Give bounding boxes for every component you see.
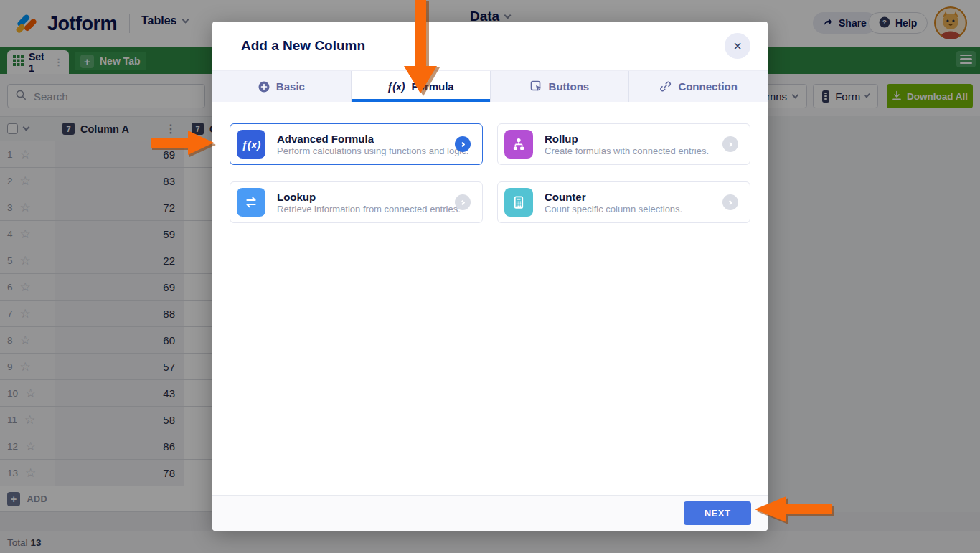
card-description: Create formulas with connected entries. — [545, 146, 711, 156]
button-cursor-icon — [530, 80, 542, 93]
modal-tab-buttons[interactable]: Buttons — [491, 71, 630, 102]
lookup-icon — [237, 188, 265, 217]
chevron-right-icon[interactable] — [455, 194, 471, 210]
add-column-modal: Add a New Column × Basicƒ(x)FormulaButto… — [212, 22, 768, 531]
card-description: Perform calculations using functions and… — [277, 146, 443, 156]
modal-title: Add a New Column — [241, 38, 725, 54]
modal-tabs: Basicƒ(x)FormulaButtonsConnection — [212, 70, 768, 102]
formula-icon: ƒ(x) — [237, 130, 265, 159]
modal-tab-label: Buttons — [549, 80, 590, 93]
modal-header: Add a New Column × — [212, 22, 768, 70]
chevron-right-icon[interactable] — [722, 136, 738, 152]
card-title: Lookup — [277, 191, 316, 203]
modal-tab-label: Basic — [276, 80, 305, 93]
modal-tab-connection[interactable]: Connection — [629, 71, 768, 102]
card-title: Counter — [545, 191, 586, 203]
plus-circle-icon — [258, 81, 270, 93]
next-button[interactable]: NEXT — [684, 501, 751, 525]
column-type-card-advanced-formula[interactable]: ƒ(x)Advanced FormulaPerform calculations… — [230, 123, 483, 165]
rollup-icon — [504, 130, 533, 159]
modal-footer: NEXT — [212, 495, 768, 531]
column-type-list: ƒ(x)Advanced FormulaPerform calculations… — [212, 102, 768, 495]
chevron-right-icon[interactable] — [455, 136, 471, 152]
annotation-arrow-left-next-button — [750, 495, 837, 526]
card-title: Rollup — [545, 133, 578, 145]
close-icon[interactable]: × — [725, 33, 750, 59]
annotation-arrow-right-advanced-formula — [148, 129, 220, 159]
counter-icon — [504, 188, 533, 217]
column-type-card-lookup[interactable]: LookupRetrieve information from connecte… — [230, 181, 483, 223]
screen: Jotform Tables Data Share ? He — [0, 0, 980, 553]
chevron-right-icon[interactable] — [722, 194, 738, 210]
annotation-arrow-down-formula-tab — [395, 0, 447, 98]
card-title: Advanced Formula — [277, 133, 374, 145]
column-type-card-rollup[interactable]: RollupCreate formulas with connected ent… — [497, 123, 750, 165]
card-description: Count specific column selections. — [545, 204, 711, 214]
link-icon — [659, 80, 672, 93]
modal-tab-label: Connection — [678, 80, 738, 93]
modal-tab-basic[interactable]: Basic — [212, 71, 352, 102]
card-description: Retrieve information from connected entr… — [277, 204, 443, 214]
column-type-card-counter[interactable]: CounterCount specific column selections. — [497, 181, 750, 223]
